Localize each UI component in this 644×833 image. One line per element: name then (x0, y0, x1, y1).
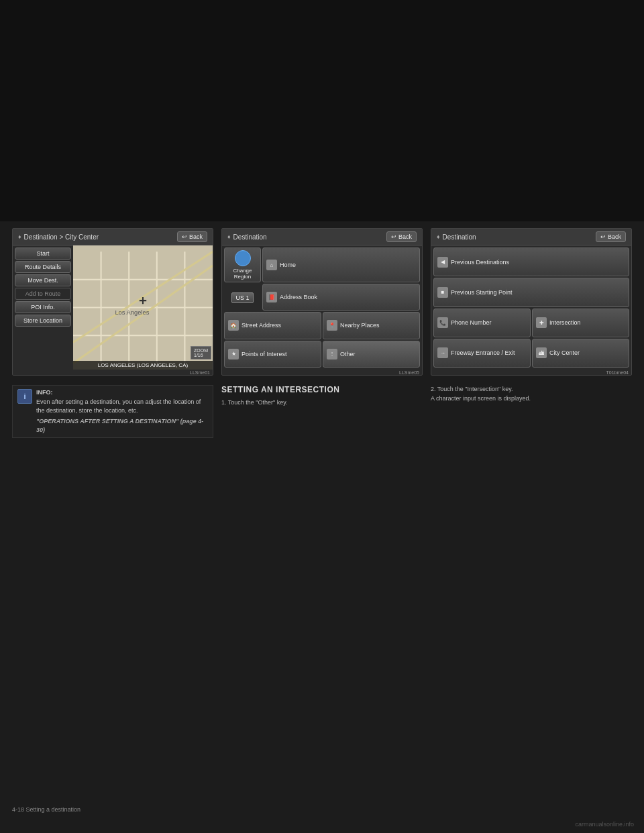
map-button-list: Start Route Details Move Dest. Add to Ro… (13, 245, 73, 370)
intersection-icon: ✚ (536, 317, 547, 328)
intersection-button[interactable]: ✚ Intersection (532, 309, 629, 337)
nearby-icon: 📍 (327, 320, 337, 331)
map-city-label: LOS ANGELES (LOS ANGELES, CA) (73, 361, 213, 370)
zoom-level: ZOOM 1/16 (191, 346, 211, 359)
store-location-button[interactable]: Store Location (15, 315, 71, 327)
section3-step2: 2. Touch the "Intersection" key. A chara… (431, 385, 632, 403)
info-note-box: i INFO: Even after setting a destination… (12, 385, 213, 438)
panel2-screen-label: LLSme05 (222, 370, 422, 375)
panel-destination: ♦ Destination ↩ Back Change Region ⌂ (221, 228, 423, 376)
col2-intersection: SETTING AN INTERSECTION 1. Touch the "Ot… (221, 385, 423, 438)
info-icon: i (17, 389, 32, 404)
address-book-icon: 📕 (266, 292, 277, 302)
content-columns: i INFO: Even after setting a destination… (0, 382, 644, 442)
dest3-row-4: → Freeway Entrance / Exit 🏙 City Center (433, 339, 629, 368)
add-to-route-button[interactable]: Add to Route (15, 288, 71, 300)
city-center-button[interactable]: 🏙 City Center (532, 339, 629, 368)
top-section (0, 0, 644, 221)
move-dest-button[interactable]: Move Dest. (15, 274, 71, 286)
poi-info-button[interactable]: POI Info. (15, 301, 71, 313)
prev-destinations-button[interactable]: ◀ Previous Destinations (433, 247, 629, 276)
back-arrow-icon: ↩ (182, 233, 187, 240)
change-region-button[interactable]: Change Region (224, 247, 261, 282)
dest-row-2: US 1 📕 Address Book (224, 284, 420, 311)
prev-dest-icon: ◀ (437, 257, 448, 268)
col3-step2: 2. Touch the "Intersection" key. A chara… (431, 385, 632, 438)
watermark: carmanualsonline.info (575, 821, 634, 828)
route-details-button[interactable]: Route Details (15, 261, 71, 273)
poi-icon: ★ (228, 349, 239, 359)
dest3-row-3: 📞 Phone Number ✚ Intersection (433, 309, 629, 337)
panel3-back-button[interactable]: ↩ Back (596, 231, 626, 242)
other-icon: ⋮ (327, 349, 337, 359)
page-background: ♦ Destination > City Center ↩ Back Start… (0, 0, 644, 833)
info-content: INFO: Even after setting a destination, … (36, 389, 208, 434)
info-body: Even after setting a destination, you ca… (36, 398, 208, 414)
panel1-title: ♦ Destination > City Center (18, 233, 99, 241)
globe-icon (235, 250, 251, 266)
start-button[interactable]: Start (15, 247, 71, 260)
street-icon: 🏠 (228, 320, 239, 331)
city-icon: 🏙 (536, 347, 547, 358)
poi-button[interactable]: ★ Points of Interest (224, 341, 321, 368)
dest3-row-2: ■ Previous Starting Point (433, 278, 629, 307)
page-footer: 4-18 Setting a destination (12, 806, 80, 813)
col1-info: i INFO: Even after setting a destination… (12, 385, 213, 438)
nearby-places-button[interactable]: 📍 Nearby Places (323, 312, 420, 339)
info-reference: "OPERATIONS AFTER SETTING A DESTINATION"… (36, 417, 208, 434)
panel1-title-text: Destination > City Center (24, 233, 99, 241)
svg-text:Los Angeles: Los Angeles (115, 309, 149, 316)
panel3-screen-label: T01bme04 (431, 370, 631, 375)
address-book-button[interactable]: 📕 Address Book (262, 284, 420, 311)
panel1-back-button[interactable]: ↩ Back (177, 231, 207, 242)
freeway-button[interactable]: → Freeway Entrance / Exit (433, 339, 531, 368)
home-icon: ⌂ (266, 260, 277, 270)
home-button[interactable]: ⌂ Home (262, 247, 420, 282)
section2-heading: SETTING AN INTERSECTION (221, 385, 423, 394)
panel3-title-text: Destination (443, 233, 476, 241)
us1-badge: US 1 (231, 292, 253, 303)
phone-icon: 📞 (437, 317, 448, 328)
panel1-content: Start Route Details Move Dest. Add to Ro… (13, 245, 213, 370)
panel3-menu: ◀ Previous Destinations ■ Previous Start… (431, 245, 631, 370)
freeway-icon: → (437, 347, 448, 358)
panel-destinations-full: ♦ Destination ↩ Back ◀ Previous Destinat… (431, 228, 632, 376)
dest-row-1: Change Region ⌂ Home (224, 247, 420, 282)
other-button[interactable]: ⋮ Other (323, 341, 420, 368)
panel1-screen-label: LLSme01 (13, 370, 213, 375)
info-heading: INFO: (36, 389, 208, 396)
phone-number-button[interactable]: 📞 Phone Number (433, 309, 531, 337)
map-display: Los Angeles ZOOM 1/16 LOS ANGELES (LOS A… (73, 245, 213, 370)
back-arrow-icon-2: ↩ (391, 233, 396, 240)
dest3-row-1: ◀ Previous Destinations (433, 247, 629, 276)
panel2-title: ♦ Destination (227, 233, 267, 241)
panel3-title: ♦ Destination (437, 233, 476, 241)
dest-row-4: ★ Points of Interest ⋮ Other (224, 341, 420, 368)
panel2-back-button[interactable]: ↩ Back (386, 231, 417, 242)
back-arrow-icon-3: ↩ (600, 233, 606, 240)
dest-row-3: 🏠 Street Address 📍 Nearby Places (224, 312, 420, 339)
section2-step1: 1. Touch the "Other" key. (221, 398, 423, 408)
panel2-menu: Change Region ⌂ Home US 1 📕 Address Book (222, 245, 422, 370)
panels-area: ♦ Destination > City Center ↩ Back Start… (0, 221, 644, 382)
prev-start-icon: ■ (437, 287, 448, 298)
panel-map: ♦ Destination > City Center ↩ Back Start… (12, 228, 213, 376)
prev-start-button[interactable]: ■ Previous Starting Point (433, 278, 629, 307)
street-address-button[interactable]: 🏠 Street Address (224, 312, 321, 339)
panel1-header: ♦ Destination > City Center ↩ Back (13, 229, 213, 245)
panel2-header: ♦ Destination ↩ Back (222, 229, 422, 245)
panel3-header: ♦ Destination ↩ Back (431, 229, 631, 245)
panel2-title-text: Destination (233, 233, 267, 241)
